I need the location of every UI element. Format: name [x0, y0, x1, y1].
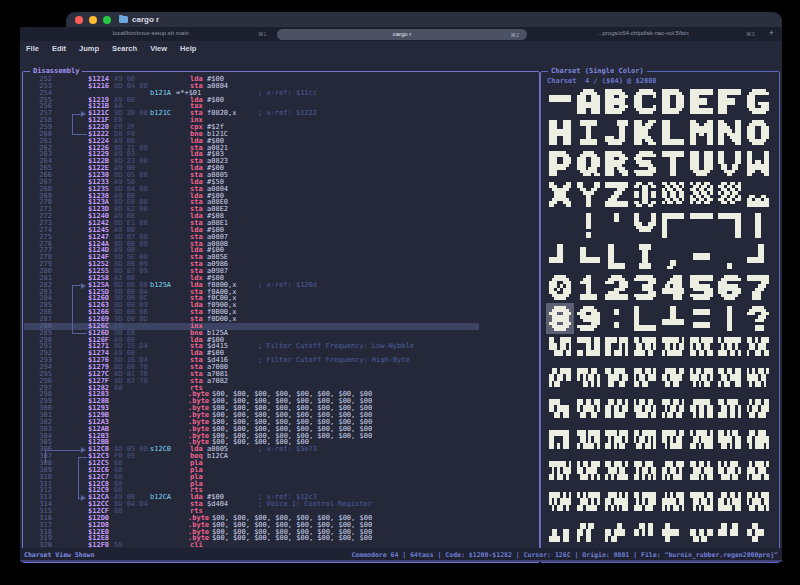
- charset-panel: Charset (Single Color) Charset 4 / ($04)…: [540, 71, 780, 563]
- tab-bar: .local/bin/tmux-setup.sh main ⌘1 cargo r…: [20, 27, 782, 41]
- tab1-shortcut: ⌘1: [258, 31, 267, 37]
- disassembly-listing: 252$1214A9 00lda#$00253$12168D 04 08staa…: [23, 72, 539, 562]
- terminal-window: .local/bin/tmux-setup.sh main ⌘1 cargo r…: [20, 27, 782, 562]
- charset-panel-title: Charset (Single Color): [548, 68, 647, 75]
- disassembly-panel: Disassembly 252$1214A9 00lda#$00253$1216…: [22, 71, 540, 563]
- minimize-button[interactable]: [89, 16, 97, 24]
- window-titlebar: cargo r: [66, 12, 782, 27]
- tab2-label: cargo r: [277, 31, 527, 37]
- charset-info: Charset 4 / ($04) @ $2000: [547, 77, 657, 85]
- close-button[interactable]: [75, 16, 83, 24]
- new-tab-button[interactable]: +: [769, 28, 774, 38]
- status-message: Charset View Shown: [24, 551, 94, 559]
- menu-item-edit[interactable]: Edit: [52, 44, 66, 53]
- menu-item-view[interactable]: View: [150, 44, 167, 53]
- menu-item-file[interactable]: File: [26, 44, 39, 53]
- tab-tmux-setup[interactable]: .local/bin/tmux-setup.sh main: [30, 30, 270, 36]
- tab3-shortcut: ⌘3: [746, 31, 755, 37]
- status-project-info: Commodore 64 | 64tass | Code: $1200-$128…: [351, 551, 778, 559]
- window-title: cargo r: [132, 15, 159, 24]
- menu-item-help[interactable]: Help: [180, 44, 196, 53]
- menu-bar: FileEditJumpSearchViewHelp: [20, 41, 782, 56]
- tab2-shortcut: ⌘2: [510, 32, 519, 38]
- zoom-button[interactable]: [103, 16, 111, 24]
- tab-chipdisk-bin[interactable]: ...progs/c64-chipdisk-nac-vol.5/bin: [530, 30, 756, 36]
- folder-icon: [119, 16, 128, 23]
- charset-grid[interactable]: [546, 86, 772, 551]
- menu-item-jump[interactable]: Jump: [79, 44, 99, 53]
- tab-cargo-r-active[interactable]: cargo r ⌘2: [277, 29, 527, 40]
- menu-item-search[interactable]: Search: [112, 44, 137, 53]
- window-bottom-edge: [20, 560, 782, 562]
